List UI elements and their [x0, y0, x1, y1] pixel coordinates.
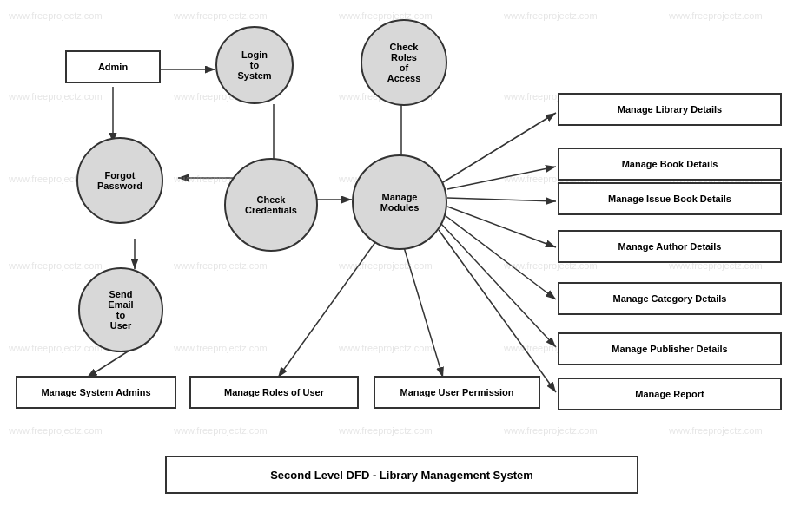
- check-credentials-circle: CheckCredentials: [224, 158, 318, 252]
- send-email-label: SendEmailtoUser: [108, 289, 133, 331]
- manage-library-box: Manage Library Details: [558, 93, 782, 126]
- manage-roles-label: Manage Roles of User: [224, 387, 324, 397]
- admin-box: Admin: [65, 50, 161, 83]
- manage-modules-circle: ManageModules: [352, 154, 447, 250]
- svg-line-12: [447, 198, 556, 201]
- manage-issue-book-label: Manage Issue Book Details: [608, 194, 731, 204]
- svg-line-15: [441, 224, 556, 347]
- check-roles-label: CheckRolesofAccess: [387, 42, 421, 83]
- svg-line-10: [443, 113, 556, 182]
- manage-system-admins-label: Manage System Admins: [41, 387, 150, 397]
- svg-line-9: [401, 239, 443, 378]
- manage-user-permission-box: Manage User Permission: [374, 376, 540, 409]
- diagram-container: www.freeprojectz.com www.freeprojectz.co…: [0, 0, 807, 532]
- manage-issue-book-box: Manage Issue Book Details: [558, 182, 782, 215]
- send-email-circle: SendEmailtoUser: [78, 267, 163, 352]
- admin-label: Admin: [98, 62, 128, 72]
- login-circle: LogintoSystem: [215, 26, 294, 104]
- manage-modules-label: ManageModules: [380, 192, 420, 213]
- manage-category-label: Manage Category Details: [613, 293, 727, 304]
- forgot-password-circle: ForgotPassword: [76, 137, 163, 224]
- manage-system-admins-box: Manage System Admins: [16, 376, 176, 409]
- manage-publisher-box: Manage Publisher Details: [558, 332, 782, 365]
- manage-author-label: Manage Author Details: [618, 241, 722, 252]
- manage-book-label: Manage Book Details: [622, 159, 718, 169]
- manage-report-right-label: Manage Report: [635, 389, 704, 399]
- manage-category-box: Manage Category Details: [558, 282, 782, 315]
- diagram-title-box: Second Level DFD - Library Management Sy…: [165, 456, 638, 494]
- check-credentials-label: CheckCredentials: [245, 194, 297, 215]
- manage-roles-box: Manage Roles of User: [189, 376, 359, 409]
- manage-book-box: Manage Book Details: [558, 148, 782, 181]
- check-roles-circle: CheckRolesofAccess: [361, 19, 447, 106]
- svg-line-8: [278, 239, 378, 378]
- manage-user-permission-label: Manage User Permission: [400, 387, 514, 397]
- svg-line-13: [447, 207, 556, 247]
- manage-library-label: Manage Library Details: [618, 104, 722, 115]
- forgot-password-label: ForgotPassword: [97, 170, 142, 191]
- manage-publisher-label: Manage Publisher Details: [612, 344, 727, 354]
- manage-report-right-box: Manage Report: [558, 378, 782, 410]
- manage-author-box: Manage Author Details: [558, 230, 782, 263]
- diagram-title: Second Level DFD - Library Management Sy…: [270, 469, 533, 482]
- login-label: LogintoSystem: [237, 49, 271, 81]
